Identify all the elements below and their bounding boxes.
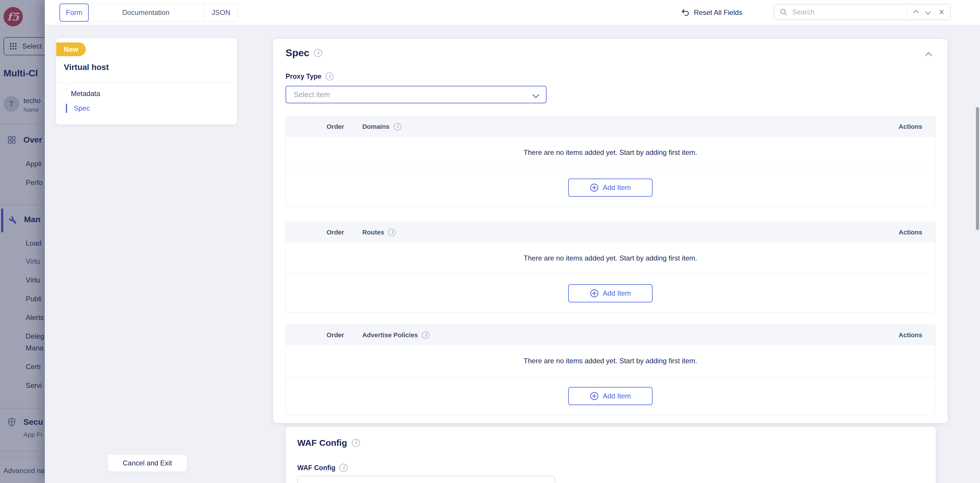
spec-title: Spec	[286, 47, 309, 59]
info-icon[interactable]	[352, 439, 360, 447]
form-nav-card: New Virtual host Metadata Spec	[56, 38, 237, 124]
info-icon[interactable]	[314, 49, 322, 57]
proxy-type-label-row: Proxy Type	[286, 72, 334, 81]
tab-json[interactable]: JSON	[204, 3, 238, 22]
waf-config-title-row: WAF Config	[297, 438, 360, 448]
form-title: Virtual host	[64, 63, 109, 72]
reset-all-fields-button[interactable]: Reset All Fields	[681, 0, 742, 25]
info-icon[interactable]	[325, 72, 334, 81]
plus-circle-icon	[590, 289, 599, 298]
column-actions: Actions	[899, 331, 922, 339]
editor-content: New Virtual host Metadata Spec Cancel an…	[45, 25, 980, 483]
add-route-button[interactable]: Add Item	[568, 284, 652, 302]
domains-table: Order Domains Actions There are no items…	[285, 116, 935, 207]
add-advertise-policy-button[interactable]: Add Item	[568, 387, 652, 405]
column-order: Order	[326, 331, 344, 339]
column-advertise-policies-label: Advertise Policies	[362, 331, 418, 339]
info-icon[interactable]	[422, 331, 430, 339]
search-divider	[907, 8, 908, 16]
new-badge: New	[56, 43, 86, 56]
app-root: f5 Select Multi-Cl T techo Name	[0, 0, 980, 483]
search-icon	[780, 8, 788, 16]
search-input[interactable]	[792, 8, 903, 16]
chevron-down-icon	[532, 91, 539, 98]
active-item-indicator	[66, 103, 67, 113]
info-icon[interactable]	[388, 229, 396, 236]
advertise-policies-table-footer: Add Item	[286, 377, 935, 415]
column-domains: Domains	[362, 123, 401, 130]
waf-config-title: WAF Config	[297, 438, 347, 448]
column-actions: Actions	[899, 123, 922, 130]
waf-config-label-row: WAF Config	[297, 464, 348, 472]
column-order: Order	[326, 229, 344, 236]
search-prev-icon[interactable]	[913, 10, 918, 15]
search-box	[774, 4, 951, 20]
modal-dim-overlay	[0, 0, 45, 483]
column-advertise-policies: Advertise Policies	[362, 331, 430, 339]
proxy-type-select[interactable]: Select item	[286, 86, 547, 103]
routes-table-footer: Add Item	[286, 274, 935, 312]
disabled-icon	[305, 481, 313, 483]
info-icon[interactable]	[339, 464, 348, 472]
routes-table-header: Order Routes Actions	[286, 222, 935, 243]
search-close-icon[interactable]	[938, 8, 945, 16]
info-icon[interactable]	[394, 123, 401, 130]
tab-form[interactable]: Form	[59, 3, 89, 22]
column-actions: Actions	[899, 229, 922, 236]
routes-empty-message: There are no items added yet. Start by a…	[286, 243, 935, 274]
scrollbar-thumb[interactable]	[976, 107, 979, 230]
domains-table-footer: Add Item	[286, 168, 935, 207]
add-item-label: Add Item	[603, 184, 631, 192]
column-order: Order	[326, 123, 344, 130]
add-item-label: Add Item	[603, 289, 631, 297]
waf-config-label: WAF Config	[297, 464, 336, 472]
form-nav-item-metadata[interactable]: Metadata	[71, 90, 100, 98]
form-nav-item-spec[interactable]: Spec	[74, 104, 90, 113]
cancel-and-exit-button[interactable]: Cancel and Exit	[108, 454, 187, 472]
column-routes-label: Routes	[362, 229, 384, 236]
waf-config-select[interactable]: Disabled	[297, 476, 555, 483]
virtual-host-editor-panel: Form Documentation JSON Reset All Fields	[45, 0, 980, 483]
advertise-policies-empty-message: There are no items added yet. Start by a…	[286, 345, 935, 377]
waf-config-section-card: WAF Config WAF Config Disabled	[286, 427, 936, 483]
reset-label: Reset All Fields	[694, 8, 742, 17]
editor-topbar: Form Documentation JSON Reset All Fields	[45, 0, 980, 25]
plus-circle-icon	[590, 183, 599, 192]
advertise-policies-table: Order Advertise Policies Actions There a…	[285, 325, 935, 415]
proxy-type-placeholder: Select item	[294, 91, 330, 99]
column-domains-label: Domains	[362, 123, 390, 130]
domains-table-header: Order Domains Actions	[286, 116, 935, 137]
routes-table: Order Routes Actions There are no items …	[285, 222, 935, 313]
add-domain-button[interactable]: Add Item	[568, 179, 652, 197]
domains-empty-message: There are no items added yet. Start by a…	[286, 137, 935, 168]
add-item-label: Add Item	[603, 392, 631, 400]
spec-section-card: Spec Proxy Type Select item Or	[273, 39, 948, 423]
spec-section-title-row: Spec	[286, 47, 322, 59]
plus-circle-icon	[590, 392, 599, 400]
chevron-up-icon	[925, 52, 932, 59]
search-next-icon[interactable]	[925, 9, 931, 14]
proxy-type-label: Proxy Type	[286, 73, 321, 81]
tab-documentation[interactable]: Documentation	[88, 3, 204, 22]
advertise-policies-table-header: Order Advertise Policies Actions	[286, 325, 935, 345]
collapse-section-button[interactable]	[926, 53, 931, 59]
column-routes: Routes	[362, 229, 396, 236]
collapse-notch-icon[interactable]	[64, 78, 71, 86]
waf-config-value: Disabled	[318, 481, 345, 483]
view-tabs: Form Documentation JSON	[59, 3, 238, 22]
reset-icon	[681, 8, 690, 17]
